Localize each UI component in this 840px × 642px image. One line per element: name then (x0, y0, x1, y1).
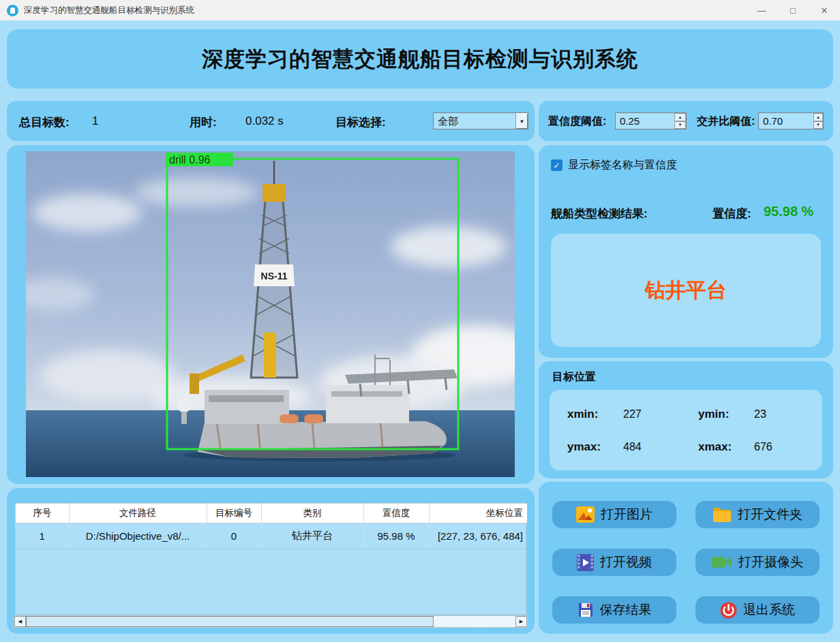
open-folder-button[interactable]: 打开文件夹 (695, 501, 820, 528)
video-icon (577, 554, 594, 571)
image-viewer-panel: NS-11 drill 0.96 (7, 145, 535, 484)
open-camera-label: 打开摄像头 (738, 553, 803, 571)
cell-file-path: D:/ShipObjective_v8/... (69, 523, 207, 549)
total-targets-value: 1 (92, 114, 98, 128)
minimize-icon: — (758, 5, 766, 16)
maximize-icon: □ (790, 5, 796, 16)
ymin-label: ymin: (698, 408, 729, 421)
confidence-threshold-spinner[interactable]: ▲ ▼ (615, 112, 687, 129)
spin-down-icon[interactable]: ▼ (813, 121, 823, 129)
cell-class: 钻井平台 (261, 523, 363, 549)
window-titlebar: 深度学习的智慧交通舰船目标检测与识别系统 — □ ✕ (0, 0, 840, 20)
actions-panel: 打开图片 打开文件夹 打开视频 打开摄像头 (539, 482, 833, 634)
close-icon: ✕ (821, 5, 828, 16)
chevron-down-icon[interactable]: ▼ (515, 113, 528, 129)
target-select-label: 目标选择: (335, 114, 386, 130)
maximize-button[interactable]: □ (777, 0, 809, 20)
confidence-threshold-input[interactable] (616, 113, 674, 129)
class-name-text: 钻井平台 (645, 277, 727, 305)
ship-name-text: NS-11 (261, 271, 288, 281)
show-labels-label[interactable]: 显示标签名称与置信度 (568, 158, 677, 172)
result-panel: ✓ 显示标签名称与置信度 舰船类型检测结果: 置信度: 95.98 % 钻井平台 (539, 145, 833, 358)
cell-confidence: 95.98 % (363, 523, 429, 549)
window-title: 深度学习的智慧交通舰船目标检测与识别系统 (24, 5, 194, 16)
scroll-right-icon[interactable]: ▶ (515, 616, 527, 627)
open-video-button[interactable]: 打开视频 (552, 549, 676, 576)
iou-threshold-label: 交并比阈值: (697, 114, 755, 129)
minimize-button[interactable]: — (746, 0, 777, 20)
confidence-threshold-label: 置信度阈值: (548, 114, 606, 129)
xmin-value: 227 (623, 408, 642, 421)
stats-bar: 总目标数: 1 用时: 0.032 s 目标选择: 全部 ▼ (7, 101, 535, 141)
open-video-label: 打开视频 (600, 553, 652, 571)
target-select-dropdown[interactable]: 全部 ▼ (433, 112, 528, 129)
cell-index: 1 (16, 523, 69, 549)
open-image-label: 打开图片 (601, 506, 652, 523)
col-class[interactable]: 类别 (261, 504, 363, 523)
xmax-value: 676 (754, 441, 772, 453)
open-camera-button[interactable]: 打开摄像头 (695, 549, 820, 576)
exit-icon (720, 602, 737, 619)
target-select-current: 全部 (434, 113, 515, 129)
class-result-box: 钻井平台 (551, 234, 821, 347)
exit-system-label: 退出系统 (743, 601, 795, 619)
target-position-title: 目标位置 (552, 370, 596, 384)
table-header-row: 序号 文件路径 目标编号 类别 置信度 坐标位置 (16, 504, 527, 523)
save-results-label: 保存结果 (600, 601, 652, 619)
ymax-label: ymax: (567, 440, 601, 454)
confidence-value: 95.98 % (764, 204, 813, 219)
iou-threshold-input[interactable] (759, 113, 813, 129)
col-file-path[interactable]: 文件路径 (69, 504, 207, 523)
page-title: 深度学习的智慧交通舰船目标检测与识别系统 (202, 45, 638, 74)
check-icon: ✓ (553, 161, 560, 170)
scroll-left-icon[interactable]: ◀ (14, 616, 26, 627)
ship-type-result-label: 舰船类型检测结果: (551, 206, 648, 221)
spin-up-icon[interactable]: ▲ (813, 113, 823, 121)
detections-table: 序号 文件路径 目标编号 类别 置信度 坐标位置 1 D:/ShipObject… (15, 503, 526, 615)
camera-icon (712, 555, 732, 569)
spin-down-icon[interactable]: ▼ (674, 121, 686, 129)
target-position-box: xmin: 227 ymin: 23 ymax: 484 xmax: 676 (550, 390, 822, 470)
close-button[interactable]: ✕ (809, 0, 840, 20)
open-folder-label: 打开文件夹 (738, 506, 802, 523)
scrollbar-thumb[interactable] (26, 616, 434, 627)
iou-threshold-spinner[interactable]: ▲ ▼ (758, 112, 824, 129)
scrollbar-track[interactable] (434, 616, 515, 627)
total-targets-label: 总目标数: (19, 114, 70, 130)
detection-image: NS-11 drill 0.96 (26, 151, 515, 477)
save-results-button[interactable]: 保存结果 (552, 596, 676, 624)
exit-system-button[interactable]: 退出系统 (695, 596, 820, 624)
folder-icon (712, 507, 732, 523)
cell-target-id: 0 (207, 523, 261, 549)
threshold-bar: 置信度阈值: ▲ ▼ 交并比阈值: ▲ ▼ (539, 101, 833, 141)
elapsed-time-value: 0.032 s (245, 114, 284, 128)
col-coords[interactable]: 坐标位置 (429, 504, 527, 523)
detections-table-panel: 序号 文件路径 目标编号 类别 置信度 坐标位置 1 D:/ShipObject… (7, 488, 535, 634)
horizontal-scrollbar[interactable]: ◀ ▶ (14, 615, 528, 628)
save-icon (578, 602, 594, 618)
cell-coords: [227, 23, 676, 484] (429, 523, 527, 549)
confidence-label: 置信度: (712, 206, 751, 221)
bbox-label-text: drill 0.96 (169, 154, 211, 166)
show-labels-checkbox[interactable]: ✓ (551, 159, 562, 171)
spin-up-icon[interactable]: ▲ (674, 113, 686, 121)
col-target-id[interactable]: 目标编号 (207, 504, 261, 523)
open-image-button[interactable]: 打开图片 (552, 501, 676, 528)
table-row[interactable]: 1 D:/ShipObjective_v8/... 0 钻井平台 95.98 %… (16, 523, 527, 549)
app-logo-icon (7, 5, 18, 16)
image-icon (576, 506, 595, 523)
target-position-panel: 目标位置 xmin: 227 ymin: 23 ymax: 484 xmax: … (539, 361, 833, 478)
col-index[interactable]: 序号 (16, 504, 69, 523)
elapsed-time-label: 用时: (190, 114, 217, 130)
ymin-value: 23 (754, 408, 766, 421)
ymax-value: 484 (623, 441, 642, 453)
col-confidence[interactable]: 置信度 (363, 504, 429, 523)
xmax-label: xmax: (698, 440, 732, 454)
xmin-label: xmin: (567, 408, 598, 421)
header-banner: 深度学习的智慧交通舰船目标检测与识别系统 (7, 29, 833, 89)
